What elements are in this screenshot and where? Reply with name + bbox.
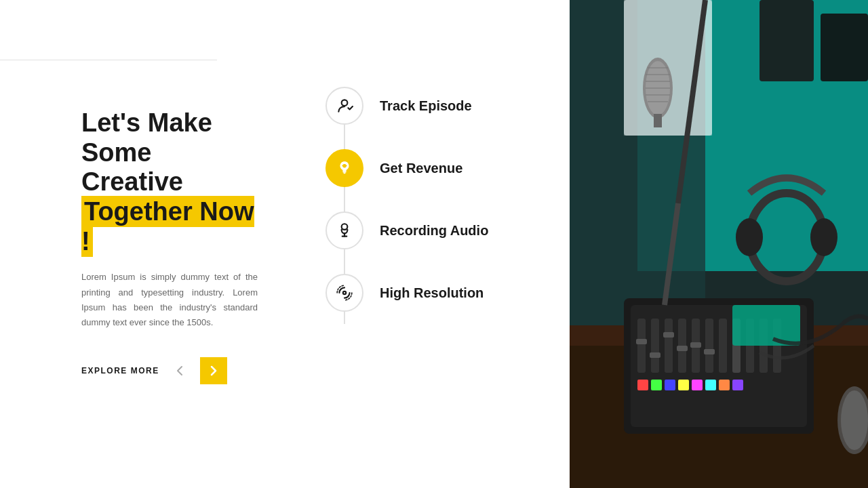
get-revenue-icon [336, 159, 353, 177]
recording-audio-label: Recording Audio [380, 223, 488, 239]
headline-highlight: Together Now ! [81, 196, 254, 257]
svg-rect-2 [342, 171, 346, 172]
svg-rect-21 [665, 319, 673, 373]
svg-point-60 [841, 390, 868, 450]
headline-line2: Some Creative [81, 138, 183, 197]
high-resolution-label: High Resolution [380, 285, 484, 301]
track-episode-label: Track Episode [380, 98, 472, 114]
left-panel: Let's Make Some Creative Together Now ! … [0, 0, 570, 488]
svg-rect-11 [760, 0, 814, 81]
svg-point-7 [343, 291, 346, 294]
top-decorative-line [0, 60, 217, 60]
features-list: Track Episode Get Revenue [326, 75, 556, 324]
svg-rect-32 [663, 332, 674, 338]
svg-point-58 [810, 218, 837, 256]
next-button[interactable] [200, 357, 227, 384]
svg-rect-30 [636, 339, 647, 344]
svg-rect-33 [677, 346, 688, 351]
track-episode-icon-wrap [326, 87, 363, 125]
svg-rect-42 [719, 380, 730, 390]
svg-rect-34 [690, 342, 701, 348]
feature-item-high-resolution[interactable]: High Resolution [326, 262, 556, 324]
high-resolution-icon [336, 284, 353, 302]
svg-rect-24 [705, 319, 713, 373]
svg-rect-44 [732, 305, 800, 346]
explore-row: EXPLORE MORE [81, 357, 258, 384]
recording-audio-icon-wrap [326, 211, 363, 249]
feature-item-recording-audio[interactable]: Recording Audio [326, 199, 556, 262]
svg-rect-55 [654, 114, 662, 127]
high-resolution-icon-wrap [326, 274, 363, 312]
svg-rect-25 [719, 319, 727, 373]
svg-rect-37 [651, 380, 662, 390]
text-section: Let's Make Some Creative Together Now ! … [0, 0, 285, 488]
headline: Let's Make Some Creative Together Now ! [81, 108, 258, 256]
svg-rect-43 [732, 380, 743, 390]
recording-audio-icon [336, 222, 353, 239]
studio-image [570, 0, 868, 488]
svg-rect-20 [651, 319, 659, 373]
svg-rect-39 [678, 380, 689, 390]
right-panel [570, 0, 868, 488]
svg-rect-36 [637, 380, 648, 390]
svg-rect-38 [665, 380, 675, 390]
headline-line1: Let's Make [81, 108, 212, 137]
left-arrow-icon [173, 364, 186, 378]
svg-rect-35 [704, 349, 715, 354]
feature-item-track-episode[interactable]: Track Episode [326, 75, 556, 137]
explore-label: EXPLORE MORE [81, 366, 159, 375]
svg-point-0 [342, 100, 348, 106]
prev-button[interactable] [167, 359, 192, 383]
body-text: Lorem Ipsum is simply dummy text of the … [81, 270, 258, 329]
svg-rect-40 [692, 380, 703, 390]
right-arrow-icon [207, 364, 220, 378]
svg-point-57 [736, 218, 763, 256]
svg-rect-3 [343, 173, 345, 174]
svg-rect-19 [637, 319, 646, 373]
features-section: Track Episode Get Revenue [285, 0, 570, 488]
get-revenue-icon-wrap [326, 149, 363, 187]
track-episode-icon [336, 97, 353, 115]
svg-rect-12 [821, 14, 868, 81]
svg-rect-31 [650, 352, 660, 358]
get-revenue-label: Get Revenue [380, 161, 462, 176]
feature-item-get-revenue[interactable]: Get Revenue [326, 137, 556, 199]
svg-point-4 [342, 224, 348, 230]
svg-rect-41 [705, 380, 716, 390]
